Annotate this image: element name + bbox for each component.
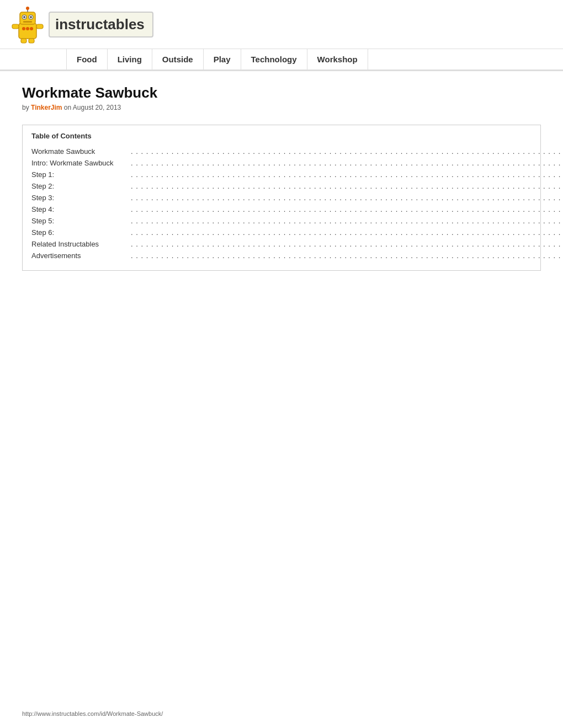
nav-item-workshop[interactable]: Workshop [307, 49, 368, 69]
toc-row: Step 5:4 [31, 215, 563, 227]
toc-row: Step 6:4 [31, 227, 563, 238]
nav-item-play[interactable]: Play [204, 49, 241, 69]
toc-label[interactable]: Step 1: [31, 169, 131, 180]
footer-url: http://www.instructables.com/id/Workmate… [22, 710, 163, 717]
svg-rect-0 [19, 23, 36, 39]
toc-dots [131, 169, 563, 180]
logo-area: instructables [9, 4, 153, 44]
nav-item-food[interactable]: Food [66, 49, 108, 69]
toc-row: Intro: Workmate Sawbuck2 [31, 157, 563, 169]
toc-row: Step 4:3 [31, 204, 563, 215]
toc-dots [131, 204, 563, 215]
author-prefix: by [22, 104, 31, 111]
logo-text-box[interactable]: instructables [49, 12, 153, 38]
main-content: Workmate Sawbuck by TinkerJim on August … [0, 71, 563, 293]
toc-dots [131, 192, 563, 204]
toc-table: Workmate Sawbuck1Intro: Workmate Sawbuck… [31, 146, 563, 261]
svg-point-3 [23, 16, 25, 18]
toc-label[interactable]: Advertisements [31, 250, 131, 261]
header: instructables Food Living Outside Play T… [0, 0, 563, 71]
logo-text: instructables [55, 16, 145, 33]
toc-row: Related Instructables5 [31, 238, 563, 250]
toc-row: Advertisements5 [31, 250, 563, 261]
robot-logo-icon [9, 4, 49, 44]
svg-point-11 [30, 27, 33, 30]
toc-label[interactable]: Step 2: [31, 180, 131, 192]
page-title: Workmate Sawbuck [22, 84, 541, 101]
svg-rect-14 [21, 39, 26, 43]
svg-rect-13 [36, 24, 43, 29]
toc-row: Workmate Sawbuck1 [31, 146, 563, 157]
toc-label[interactable]: Intro: Workmate Sawbuck [31, 157, 131, 169]
svg-point-5 [30, 16, 32, 18]
toc-label[interactable]: Step 4: [31, 204, 131, 215]
svg-rect-15 [29, 39, 34, 43]
toc-dots [131, 250, 563, 261]
toc-dots [131, 227, 563, 238]
toc-row: Step 3:3 [31, 192, 563, 204]
svg-point-8 [26, 7, 29, 10]
toc-dots [131, 215, 563, 227]
nav-item-outside[interactable]: Outside [152, 49, 204, 69]
toc-heading: Table of Contents [31, 132, 532, 140]
toc-dots [131, 157, 563, 169]
nav-item-living[interactable]: Living [108, 49, 152, 69]
svg-point-9 [22, 27, 25, 30]
svg-rect-12 [12, 24, 19, 29]
toc-label[interactable]: Step 5: [31, 215, 131, 227]
toc-label[interactable]: Workmate Sawbuck [31, 146, 131, 157]
nav-item-technology[interactable]: Technology [241, 49, 307, 69]
toc-container: Table of Contents Workmate Sawbuck1Intro… [22, 125, 541, 271]
header-top: instructables [0, 0, 563, 49]
svg-point-10 [26, 27, 29, 30]
toc-label[interactable]: Step 3: [31, 192, 131, 204]
toc-row: Step 2:2 [31, 180, 563, 192]
toc-label[interactable]: Related Instructables [31, 238, 131, 250]
toc-row: Step 1:2 [31, 169, 563, 180]
toc-label[interactable]: Step 6: [31, 227, 131, 238]
toc-dots [131, 180, 563, 192]
author-line: by TinkerJim on August 20, 2013 [22, 104, 541, 111]
author-suffix: on August 20, 2013 [62, 104, 121, 111]
toc-dots [131, 238, 563, 250]
author-link[interactable]: TinkerJim [31, 104, 62, 111]
toc-dots [131, 146, 563, 157]
svg-rect-6 [23, 21, 32, 23]
nav-bar: Food Living Outside Play Technology Work… [0, 49, 563, 71]
